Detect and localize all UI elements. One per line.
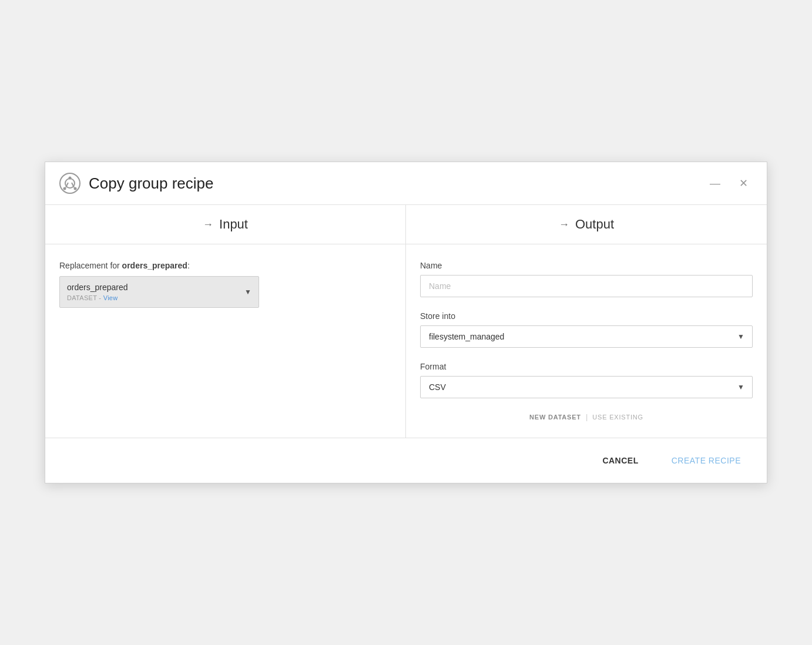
dataset-name: orders_prepared: [67, 283, 240, 292]
replacement-prefix: Replacement for: [59, 261, 122, 270]
copy-group-recipe-dialog: Copy group recipe — ✕ → Input Replacemen…: [45, 162, 767, 483]
name-input[interactable]: [420, 275, 753, 297]
output-column-body: Name Store into filesystem_managed local…: [406, 244, 767, 438]
dataset-toggle: NEW DATASET | USE EXISTING: [420, 412, 753, 421]
input-arrow-icon: →: [203, 219, 213, 231]
format-field-group: Format CSV JSON Parquet Avro ▼: [420, 362, 753, 398]
create-recipe-button[interactable]: CREATE RECIPE: [662, 450, 750, 471]
dialog-header: Copy group recipe — ✕: [45, 162, 767, 205]
dataset-meta-separator: -: [99, 294, 103, 301]
input-column-header: → Input: [45, 205, 405, 244]
store-into-select-wrapper: filesystem_managed local s3 hdfs ▼: [420, 325, 753, 348]
toggle-separator: |: [586, 412, 588, 421]
header-controls: — ✕: [705, 176, 753, 191]
dataset-selector[interactable]: orders_prepared DATASET - View ▼: [59, 276, 259, 308]
svg-point-0: [60, 173, 80, 193]
dialog-footer: CANCEL CREATE RECIPE: [45, 438, 767, 483]
name-field-group: Name: [420, 261, 753, 297]
cancel-button[interactable]: CANCEL: [593, 450, 647, 471]
dataset-selector-content: orders_prepared DATASET - View: [67, 283, 240, 301]
dataset-view-link[interactable]: View: [103, 294, 118, 301]
output-column-label: Output: [575, 217, 614, 232]
output-arrow-icon: →: [559, 219, 569, 231]
store-into-field-group: Store into filesystem_managed local s3 h…: [420, 311, 753, 348]
dataset-dropdown-arrow: ▼: [244, 288, 251, 296]
replacement-suffix: :: [187, 261, 190, 270]
svg-point-3: [63, 187, 66, 190]
format-select-wrapper: CSV JSON Parquet Avro ▼: [420, 376, 753, 398]
replacement-name: orders_prepared: [122, 261, 187, 270]
dialog-title: Copy group recipe: [89, 174, 705, 193]
input-column-label: Input: [219, 217, 248, 232]
store-into-select[interactable]: filesystem_managed local s3 hdfs: [420, 325, 753, 348]
dataset-type: DATASET: [67, 294, 97, 301]
format-select[interactable]: CSV JSON Parquet Avro: [420, 376, 753, 398]
output-column-header: → Output: [406, 205, 767, 244]
dialog-body: → Input Replacement for orders_prepared:…: [45, 205, 767, 438]
store-into-label: Store into: [420, 311, 753, 321]
name-label: Name: [420, 261, 753, 270]
new-dataset-option[interactable]: NEW DATASET: [529, 414, 581, 421]
format-label: Format: [420, 362, 753, 371]
replacement-label: Replacement for orders_prepared:: [59, 261, 391, 270]
svg-point-4: [74, 187, 77, 190]
input-column-body: Replacement for orders_prepared: orders_…: [45, 244, 405, 438]
minimize-button[interactable]: —: [705, 176, 725, 191]
output-column: → Output Name Store into filesystem_mana…: [406, 205, 767, 438]
dataset-meta: DATASET - View: [67, 294, 240, 301]
dialog-icon: [59, 173, 80, 194]
input-column: → Input Replacement for orders_prepared:…: [45, 205, 406, 438]
use-existing-option[interactable]: USE EXISTING: [592, 414, 643, 421]
close-button[interactable]: ✕: [734, 176, 753, 191]
